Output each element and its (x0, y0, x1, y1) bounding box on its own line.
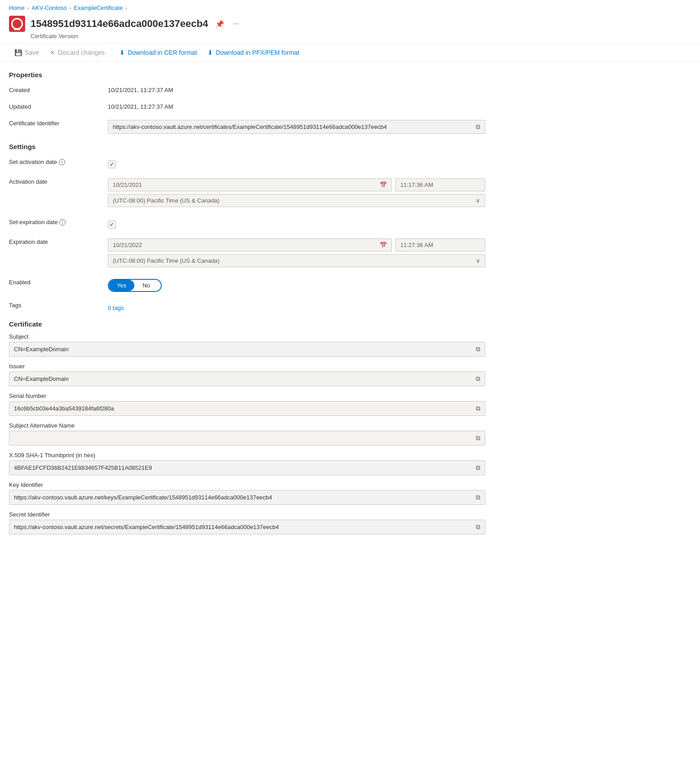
activation-date-input[interactable]: 10/21/2021 📅 (108, 178, 392, 191)
serial-number-field: Serial Number 16c6b5cb03e44a3ba5439184fa… (9, 393, 485, 416)
cert-identifier-input: https://akv-contoso.vault.azure.net/cert… (108, 120, 485, 134)
tags-field: Tags 0 tags (9, 299, 485, 311)
main-content: Properties Created 10/21/2021, 11:27:37 … (0, 62, 494, 559)
thumbprint-value-input: 4BFAE1FCFD36B2421E8834657F425B11A08521E9… (9, 460, 485, 475)
discard-button[interactable]: ✕ Discard changes (44, 46, 110, 59)
set-activation-date-field: Set activation date i (9, 156, 485, 168)
set-expiration-date-label: Set expiration date i (9, 216, 108, 225)
key-identifier-label: Key Identifier (9, 481, 485, 488)
enabled-toggle: Yes No (108, 276, 485, 292)
page-title: 1548951d93114e66adca000e137eecb4 (31, 18, 208, 30)
activation-date-inputs: 10/21/2021 📅 11:17:36 AM (UTC-08:00) Pac… (108, 176, 485, 209)
secret-identifier-field: Secret Identifier https://akv-contoso.va… (9, 511, 485, 534)
tags-value: 0 tags (108, 299, 485, 311)
key-identifier-field: Key Identifier https://akv-contoso.vault… (9, 481, 485, 505)
activation-date-label: Activation date (9, 176, 108, 185)
activation-date-checkbox[interactable] (108, 160, 116, 168)
download-pfx-icon: ⬇ (208, 49, 213, 56)
download-cer-icon: ⬇ (120, 49, 125, 56)
copy-thumbprint-button[interactable]: ⧉ (476, 464, 480, 472)
set-expiration-date-value (108, 216, 485, 229)
serial-number-label: Serial Number (9, 393, 485, 399)
updated-label: Updated (9, 101, 108, 110)
enabled-label: Enabled (9, 276, 108, 286)
certificate-icon (9, 16, 25, 32)
serial-number-value-input: 16c6b5cb03e44a3ba5439184fa6f280a ⧉ (9, 401, 485, 416)
issuer-value-input: CN=ExampleDomain ⧉ (9, 371, 485, 386)
chevron-icon: › (27, 5, 29, 11)
subject-field: Subject CN=ExampleDomain ⧉ (9, 333, 485, 357)
chevron-icon-2: › (69, 5, 71, 11)
updated-field: Updated 10/21/2021, 11:27:37 AM (9, 101, 485, 110)
page-header: 1548951d93114e66adca000e137eecb4 📌 ··· (0, 13, 700, 33)
set-activation-date-label: Set activation date i (9, 156, 108, 165)
subject-label: Subject (9, 333, 485, 340)
thumbprint-label: X.509 SHA-1 Thumbprint (in hex) (9, 452, 485, 459)
subject-value-input: CN=ExampleDomain ⧉ (9, 342, 485, 357)
expiration-checkbox-wrapper (108, 219, 485, 229)
issuer-label: Issuer (9, 363, 485, 370)
san-label: Subject Alternative Name (9, 422, 485, 429)
expiration-time-input[interactable]: 11:27:36 AM (395, 238, 485, 252)
san-value-input: ⧉ (9, 431, 485, 446)
settings-section-title: Settings (9, 143, 485, 150)
toolbar-separator (112, 47, 112, 58)
expiration-timezone-chevron: ∨ (476, 257, 480, 264)
toggle-no-button[interactable]: No (134, 280, 158, 291)
download-cer-button[interactable]: ⬇ Download in CER format (114, 46, 202, 59)
activation-date-info-icon[interactable]: i (59, 159, 65, 165)
activation-checkbox-wrapper (108, 159, 485, 168)
save-button[interactable]: 💾 Save (9, 46, 44, 59)
issuer-field: Issuer CN=ExampleDomain ⧉ (9, 363, 485, 386)
copy-san-button[interactable]: ⧉ (476, 434, 480, 442)
download-pfx-button[interactable]: ⬇ Download in PFX/PEM format (202, 46, 305, 59)
san-field: Subject Alternative Name ⧉ (9, 422, 485, 446)
expiration-date-info-icon[interactable]: i (59, 219, 66, 225)
breadcrumb: Home › AKV-Contoso › ExampleCertificate … (0, 0, 700, 13)
expiration-timezone-select[interactable]: (UTC-08:00) Pacific Time (US & Canada) ∨ (108, 254, 485, 267)
secret-identifier-label: Secret Identifier (9, 511, 485, 518)
properties-section-title: Properties (9, 71, 485, 79)
created-value: 10/21/2021, 11:27:37 AM (108, 84, 485, 93)
created-label: Created (9, 84, 108, 93)
copy-key-identifier-button[interactable]: ⧉ (476, 494, 480, 501)
save-icon: 💾 (14, 49, 22, 56)
breadcrumb-home[interactable]: Home (9, 4, 25, 11)
toolbar: 💾 Save ✕ Discard changes ⬇ Download in C… (0, 43, 700, 62)
breadcrumb-cert[interactable]: ExampleCertificate (74, 4, 123, 11)
copy-issuer-button[interactable]: ⧉ (476, 375, 480, 383)
created-field: Created 10/21/2021, 11:27:37 AM (9, 84, 485, 93)
expiration-date-field: Expiration date 10/21/2022 📅 11:27:36 AM… (9, 236, 485, 269)
expiration-calendar-icon[interactable]: 📅 (380, 242, 387, 248)
certificate-section-title: Certificate (9, 320, 485, 328)
activation-date-field: Activation date 10/21/2021 📅 11:17:36 AM… (9, 176, 485, 209)
expiration-date-input[interactable]: 10/21/2022 📅 (108, 238, 392, 252)
cert-identifier-label: Certificate Identifier (9, 117, 108, 127)
more-options-icon[interactable]: ··· (231, 18, 241, 30)
expiration-date-checkbox[interactable] (108, 221, 116, 229)
discard-icon: ✕ (50, 49, 55, 56)
chevron-icon-3: › (125, 5, 127, 11)
tags-label: Tags (9, 299, 108, 309)
enabled-toggle-wrapper[interactable]: Yes No (108, 279, 162, 292)
copy-serial-button[interactable]: ⧉ (476, 405, 480, 412)
copy-secret-identifier-button[interactable]: ⧉ (476, 523, 480, 531)
activation-time-input[interactable]: 11:17:36 AM (395, 178, 485, 191)
thumbprint-field: X.509 SHA-1 Thumbprint (in hex) 4BFAE1FC… (9, 452, 485, 475)
pin-icon[interactable]: 📌 (213, 18, 226, 30)
activation-calendar-icon[interactable]: 📅 (380, 181, 387, 188)
toggle-yes-button[interactable]: Yes (109, 280, 134, 291)
activation-timezone-select[interactable]: (UTC-08:00) Pacific Time (US & Canada) ∨ (108, 194, 485, 207)
activation-date-time-row: 10/21/2021 📅 11:17:36 AM (108, 178, 485, 191)
copy-cert-identifier-button[interactable]: ⧉ (472, 123, 480, 131)
expiration-date-label: Expiration date (9, 236, 108, 245)
cert-identifier-value: https://akv-contoso.vault.azure.net/cert… (108, 117, 485, 134)
key-identifier-value-input: https://akv-contoso.vault.azure.net/keys… (9, 490, 485, 505)
updated-value: 10/21/2021, 11:27:37 AM (108, 101, 485, 110)
copy-subject-button[interactable]: ⧉ (476, 345, 480, 353)
breadcrumb-vault[interactable]: AKV-Contoso (31, 4, 66, 11)
secret-identifier-value-input: https://akv-contoso.vault.azure.net/secr… (9, 520, 485, 534)
expiration-date-time-row: 10/21/2022 📅 11:27:36 AM (108, 238, 485, 252)
tags-link[interactable]: 0 tags (108, 302, 485, 311)
set-activation-date-value (108, 156, 485, 168)
